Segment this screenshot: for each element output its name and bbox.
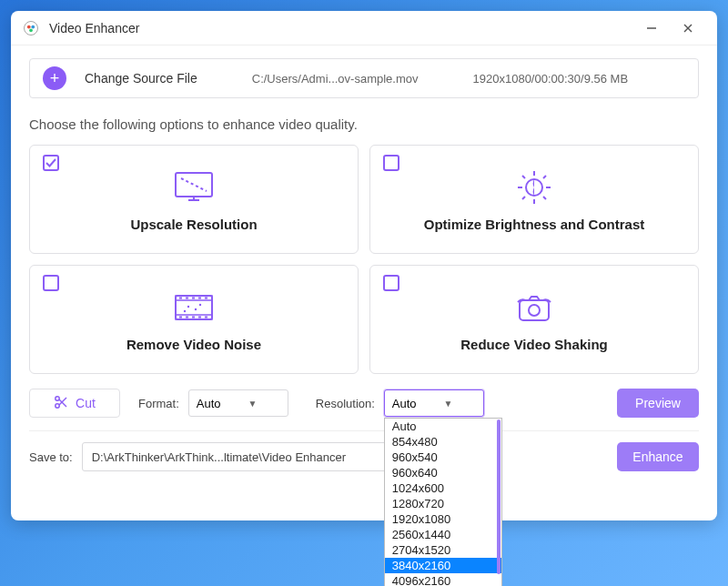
chevron-down-icon: ▼ [444,399,453,409]
resolution-option[interactable]: 960x640 [385,465,501,480]
svg-point-39 [184,309,186,311]
option-label: Optimize Brightness and Contrast [424,217,645,232]
cut-button[interactable]: Cut [29,389,120,418]
titlebar: Video Enhancer [11,11,717,45]
svg-rect-30 [205,297,207,298]
svg-line-19 [543,197,546,199]
checkbox-unchecked-icon[interactable] [43,275,59,291]
close-button[interactable] [670,15,706,42]
svg-point-2 [31,25,35,28]
checkbox-checked-icon[interactable] [43,155,59,171]
monitor-icon [168,167,219,207]
resolution-value: Auto [392,397,417,410]
source-file-bar: + Change Source File C:/Users/Admi...ov-… [29,58,699,98]
resolution-select[interactable]: Auto ▼ Auto854x480960x540960x6401024x600… [384,389,484,417]
preview-label: Preview [635,396,681,410]
option-label: Reduce Video Shaking [460,337,607,352]
resolution-option[interactable]: 1280x720 [385,496,501,511]
svg-point-36 [187,305,189,307]
save-path: D:\ArkThinker\ArkThink...ltimate\Video E… [92,450,346,464]
format-select[interactable]: Auto ▼ [188,389,288,417]
save-to-label: Save to: [29,450,73,464]
svg-point-1 [27,25,31,28]
app-icon [22,19,40,37]
svg-line-20 [522,197,525,199]
format-value: Auto [197,397,221,410]
svg-point-0 [25,21,38,35]
source-path: C:/Users/Admi...ov-sample.mov [252,72,419,86]
svg-rect-34 [198,316,201,318]
svg-rect-40 [384,276,399,290]
svg-line-21 [543,176,546,178]
cut-label: Cut [76,396,96,410]
dropdown-scrollbar[interactable] [497,419,500,574]
svg-line-9 [181,178,207,191]
instruction-text: Choose the following options to enhance … [29,116,699,132]
scissors-icon [54,395,68,412]
svg-rect-35 [205,316,207,318]
resolution-option[interactable]: 854x480 [385,434,501,450]
resolution-option[interactable]: 2704x1520 [385,542,501,558]
resolution-option[interactable]: 4096x2160 [385,573,501,586]
svg-rect-7 [44,156,58,170]
resolution-dropdown: Auto854x480960x540960x6401024x6001280x72… [384,418,502,586]
svg-rect-12 [384,156,399,170]
svg-rect-23 [176,296,212,319]
add-file-button[interactable]: + [43,66,66,90]
svg-point-37 [195,308,197,309]
resolution-option[interactable]: 2560x1440 [385,527,501,542]
resolution-label: Resolution: [316,397,375,410]
svg-rect-27 [186,297,188,298]
svg-rect-28 [192,297,195,298]
format-label: Format: [138,397,179,410]
svg-rect-33 [192,316,195,318]
option-optimize-brightness[interactable]: Optimize Brightness and Contrast [369,145,699,254]
svg-rect-41 [520,300,549,320]
camera-icon [509,288,560,328]
options-grid: Upscale Resolution Optimize Brightness a… [29,145,699,374]
svg-point-42 [529,305,540,316]
checkbox-unchecked-icon[interactable] [383,155,399,171]
option-label: Upscale Resolution [130,217,257,232]
enhance-button[interactable]: Enhance [617,442,699,471]
divider [29,430,699,431]
minimize-button[interactable] [633,15,670,42]
window-title: Video Enhancer [49,21,139,35]
svg-rect-8 [176,173,212,197]
app-window: Video Enhancer + Change Source File C:/U… [11,11,717,520]
option-reduce-shaking[interactable]: Reduce Video Shaking [369,265,699,374]
resolution-option[interactable]: 1024x600 [385,480,501,496]
resolution-option[interactable]: 3840x2160 [385,558,501,573]
svg-rect-29 [198,297,201,298]
preview-button[interactable]: Preview [617,389,699,418]
svg-line-18 [522,176,525,178]
checkbox-unchecked-icon[interactable] [383,275,399,291]
option-label: Remove Video Noise [126,337,261,352]
source-meta: 1920x1080/00:00:30/9.56 MB [473,72,629,86]
svg-point-38 [199,303,201,305]
sun-icon [511,167,557,207]
controls-row: Cut Format: Auto ▼ Resolution: Auto ▼ Au… [29,389,699,418]
option-upscale-resolution[interactable]: Upscale Resolution [29,145,359,254]
enhance-label: Enhance [632,450,682,464]
chevron-down-icon: ▼ [248,399,258,409]
svg-rect-22 [44,276,58,290]
change-source-button[interactable]: Change Source File [85,71,197,86]
option-remove-noise[interactable]: Remove Video Noise [29,265,359,374]
svg-rect-32 [186,316,188,318]
resolution-option[interactable]: 1920x1080 [385,511,501,527]
svg-point-3 [29,28,33,32]
svg-rect-26 [179,297,182,298]
resolution-option[interactable]: 960x540 [385,450,501,465]
film-icon [168,288,219,328]
save-row: Save to: D:\ArkThinker\ArkThink...ltimat… [29,442,699,471]
resolution-option[interactable]: Auto [385,419,501,434]
svg-rect-31 [179,316,182,318]
